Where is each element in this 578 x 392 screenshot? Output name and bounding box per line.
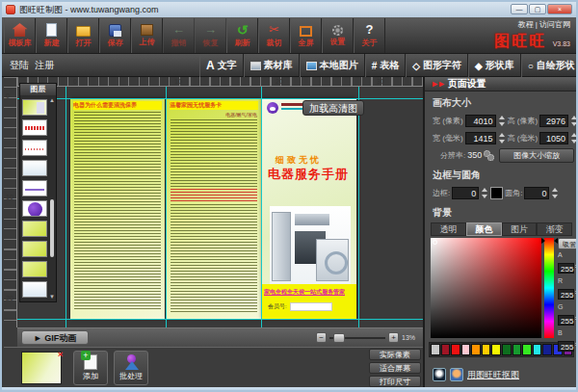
background-tab-inactive[interactable]: 渐变 <box>537 222 572 236</box>
image-resize-button[interactable]: 图像大小缩放 <box>499 148 574 163</box>
border-width-field[interactable]: 0 <box>452 187 479 199</box>
cutout-tool-link[interactable]: 用图旺旺抠图 <box>467 369 519 381</box>
corner-radius-field[interactable]: 0 <box>524 187 549 199</box>
toolbar-button-template[interactable]: 模板库 <box>4 18 36 53</box>
palette-swatch[interactable] <box>512 344 522 355</box>
palette-swatch[interactable] <box>491 344 501 355</box>
add-button[interactable]: 添加 <box>73 351 108 385</box>
channel-a-field[interactable]: 255 <box>558 263 574 274</box>
palette-swatch[interactable] <box>461 344 471 355</box>
channel-b-field[interactable]: 255 <box>558 341 574 352</box>
height-px-field[interactable]: 2976 <box>539 115 568 127</box>
zoom-slider-track[interactable] <box>329 337 385 339</box>
link-dimensions-icon[interactable] <box>484 150 493 160</box>
layer-thumbnail-text[interactable] <box>22 119 47 136</box>
palette-swatch[interactable] <box>502 344 512 355</box>
login-link[interactable]: 登陆 <box>10 59 29 72</box>
layers-scroll-down-icon[interactable]: ▼ <box>49 294 55 300</box>
layer-thumbnail-divider[interactable] <box>22 180 47 196</box>
layer-thumbnail-image[interactable] <box>22 241 47 257</box>
toolbar-button-refresh[interactable]: 刷新 <box>226 18 258 53</box>
toolbar-button-full[interactable]: 全屏 <box>290 18 322 53</box>
palette-swatch[interactable] <box>533 344 542 355</box>
palette-swatch[interactable] <box>441 344 451 355</box>
width-mm-field[interactable]: 1415 <box>465 132 496 144</box>
palette-swatch[interactable] <box>471 344 481 355</box>
tool-shapes[interactable]: ◆形状库 <box>468 54 521 77</box>
channel-spinner[interactable] <box>574 339 578 350</box>
zoom-in-button[interactable]: + <box>388 332 399 343</box>
layer-thumbnail-dots[interactable] <box>22 140 47 156</box>
brochure-panel-1[interactable]: 电器为什么需要清洗保养 <box>70 98 165 319</box>
qq-contact-icon[interactable] <box>433 368 446 381</box>
layer-thumbnail-image[interactable] <box>22 221 47 237</box>
channel-spinner[interactable] <box>574 261 578 272</box>
tool-table[interactable]: #表格 <box>365 54 407 77</box>
border-color-swatch[interactable] <box>490 187 503 199</box>
toolbar-button-cut[interactable]: 裁切 <box>258 18 290 53</box>
toolbar-button-settings[interactable]: 设置 <box>322 18 354 53</box>
palette-swatch[interactable] <box>431 344 440 355</box>
avatar-contact-icon[interactable] <box>450 368 463 381</box>
palette-swatch[interactable] <box>451 344 460 355</box>
height-mm-field[interactable]: 1050 <box>539 132 568 144</box>
layers-scroll-up-icon[interactable]: ▲ <box>49 97 55 103</box>
channel-spinner[interactable] <box>574 287 578 298</box>
tutorial-link[interactable]: 教程 <box>517 20 533 29</box>
minimize-button[interactable]: — <box>511 4 528 14</box>
register-link[interactable]: 注册 <box>35 59 54 72</box>
collapse-arrows-icon[interactable]: ►► <box>431 79 444 89</box>
toolbar-button-open[interactable]: 打开 <box>67 18 99 53</box>
channel-r-field[interactable]: 255 <box>558 289 574 300</box>
width-px-field[interactable]: 4010 <box>465 115 496 127</box>
thumbnail-close-icon[interactable]: × <box>58 350 63 359</box>
background-tab-active[interactable]: 颜色 <box>466 222 502 236</box>
layers-scrollbar[interactable] <box>50 199 54 257</box>
eyedropper-button[interactable]: 吸管 <box>558 238 578 249</box>
layer-thumbnail-image[interactable] <box>22 261 47 277</box>
maximize-button[interactable]: ▢ <box>529 4 546 14</box>
zoom-slider-handle[interactable] <box>333 333 345 343</box>
tool-image[interactable]: 本地图片 <box>300 54 365 77</box>
close-button[interactable]: × <box>547 4 572 14</box>
tool-assets[interactable]: 素材库 <box>244 54 300 77</box>
brochure-cover-panel[interactable]: 细致无忧 电器服务手册 家电全程全天候一站式服务管家 会员号: <box>262 98 356 319</box>
palette-swatch[interactable] <box>542 344 552 355</box>
batch-process-button[interactable]: 批处理 <box>114 351 148 385</box>
saturation-square[interactable] <box>431 238 541 338</box>
layers-panel-title[interactable]: 图层 <box>20 84 56 95</box>
toolbar-button-about[interactable]: 关于 <box>354 18 385 53</box>
view-button[interactable]: 打印尺寸 <box>369 376 421 387</box>
width-px-spinner[interactable] <box>498 115 506 127</box>
layer-thumbnail-blank[interactable] <box>22 281 47 298</box>
width-mm-spinner[interactable] <box>498 132 506 144</box>
corner-spinner[interactable] <box>551 187 559 199</box>
palette-swatch[interactable] <box>482 344 491 355</box>
background-tab-inactive[interactable]: 透明 <box>431 222 466 236</box>
view-button[interactable]: 适合屏幕 <box>369 362 421 374</box>
toolbar-button-upload[interactable]: 上传 <box>131 18 163 53</box>
layer-thumbnail-preview[interactable] <box>22 99 47 116</box>
toolbar-button-new[interactable]: 新建 <box>36 18 67 53</box>
channel-spinner[interactable] <box>574 313 578 324</box>
official-site-link[interactable]: 访问官网 <box>539 20 570 29</box>
layer-thumbnail-blank[interactable] <box>22 160 47 176</box>
document-thumbnail[interactable] <box>21 352 62 384</box>
brochure-panel-2[interactable]: 温馨家园无忧服务卡 电器/燃气/家电 <box>167 98 261 319</box>
layer-thumbnail-logo[interactable] <box>22 200 47 217</box>
tool-text[interactable]: A文字 <box>199 54 244 77</box>
palette-swatch[interactable] <box>522 344 532 355</box>
zoom-out-button[interactable]: − <box>316 332 327 343</box>
background-tab-inactive[interactable]: 图片 <box>502 222 538 236</box>
height-px-spinner[interactable] <box>570 115 578 127</box>
hue-bar[interactable] <box>544 238 554 338</box>
tool-draw[interactable]: ○自绘形状 <box>521 54 578 77</box>
channel-g-field[interactable]: 255 <box>558 315 574 326</box>
tool-glyphchar[interactable]: ◇图形字符 <box>406 54 468 77</box>
gif-animation-button[interactable]: ► GIF动画 <box>21 330 89 345</box>
view-button[interactable]: 实际像素 <box>369 349 421 360</box>
toolbar-button-save[interactable]: 保存 <box>99 18 131 53</box>
border-spinner[interactable] <box>481 187 488 199</box>
design-canvas[interactable]: 电器为什么需要清洗保养 温馨家园无忧服务卡 电器/燃气/家电 细致无忧 电器服务… <box>17 87 423 327</box>
height-mm-spinner[interactable] <box>570 132 578 144</box>
